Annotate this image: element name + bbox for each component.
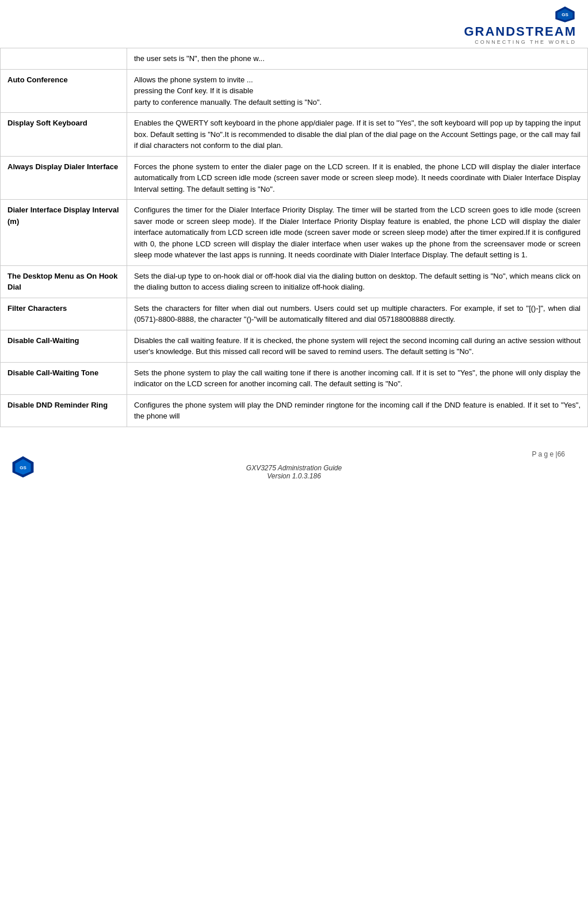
table-row: Display Soft Keyboard Enables the QWERTY… [1, 113, 588, 157]
definition-cell: Configures the timer for the Dialer Inte… [127, 200, 588, 266]
footer-text: GXV3275 Administration Guide Version 1.0… [246, 464, 342, 480]
definition-cell: Configures the phone system will play th… [127, 394, 588, 427]
definition-cell: Allows the phone system to invite ...pre… [127, 69, 588, 113]
page-number: P a g e |66 [12, 450, 576, 458]
term-cell: Auto Conference [1, 69, 127, 113]
term-cell: Disable DND Reminder Ring [1, 394, 127, 427]
term-cell: The Desktop Menu as On Hook Dial [1, 265, 127, 298]
svg-text:GS: GS [562, 12, 568, 17]
grandstream-logo-icon: GS [553, 6, 576, 23]
definition-cell: Forces the phone system to enter the dia… [127, 156, 588, 200]
table-row: The Desktop Menu as On Hook Dial Sets th… [1, 265, 588, 298]
table-row: Auto Conference Allows the phone system … [1, 69, 588, 113]
page-wrapper: GS GRANDSTREAM CONNECTING THE WORLD the … [0, 0, 588, 913]
logo-area: GS GRANDSTREAM CONNECTING THE WORLD [464, 6, 576, 45]
term-cell: Disable Call-Waiting Tone [1, 362, 127, 394]
main-table: the user sets is "N", then the phone w..… [0, 48, 588, 427]
table-row: Disable Call-Waiting Disables the call w… [1, 330, 588, 362]
term-cell: Filter Characters [1, 298, 127, 330]
footer-bottom: GS GXV3275 Administration Guide Version … [12, 464, 576, 480]
term-cell: Dialer Interface Display Interval (m) [1, 200, 127, 266]
table-row: Filter Characters Sets the characters fo… [1, 298, 588, 330]
term-cell: Always Display Dialer Interface [1, 156, 127, 200]
doc-title: GXV3275 Administration Guide [246, 464, 342, 472]
footer-area: P a g e |66 GS GXV3275 Administration Gu… [0, 450, 588, 480]
table-row: Always Display Dialer Interface Forces t… [1, 156, 588, 200]
table-row: Dialer Interface Display Interval (m) Co… [1, 200, 588, 266]
footer-logo-icon: GS [12, 455, 35, 478]
term-cell: Disable Call-Waiting [1, 330, 127, 362]
table-row: the user sets is "N", then the phone w..… [1, 48, 588, 70]
definition-cell: Sets the phone system to play the call w… [127, 362, 588, 394]
logo-name: GRANDSTREAM [464, 24, 576, 39]
svg-text:GS: GS [20, 465, 26, 470]
definition-cell: Sets the dial-up type to on-hook dial or… [127, 265, 588, 298]
footer-logo: GS [12, 455, 35, 480]
page-header: GS GRANDSTREAM CONNECTING THE WORLD [0, 0, 588, 48]
term-cell: Display Soft Keyboard [1, 113, 127, 157]
definition-cell: Disables the call waiting feature. If it… [127, 330, 588, 362]
table-row: Disable DND Reminder Ring Configures the… [1, 394, 588, 427]
doc-version: Version 1.0.3.186 [246, 472, 342, 480]
definition-cell: the user sets is "N", then the phone w..… [127, 48, 588, 70]
definition-cell: Sets the characters for filter when dial… [127, 298, 588, 330]
term-cell [1, 48, 127, 70]
definition-cell: Enables the QWERTY soft keyboard in the … [127, 113, 588, 157]
table-row: Disable Call-Waiting Tone Sets the phone… [1, 362, 588, 394]
logo-sub: CONNECTING THE WORLD [475, 39, 576, 45]
